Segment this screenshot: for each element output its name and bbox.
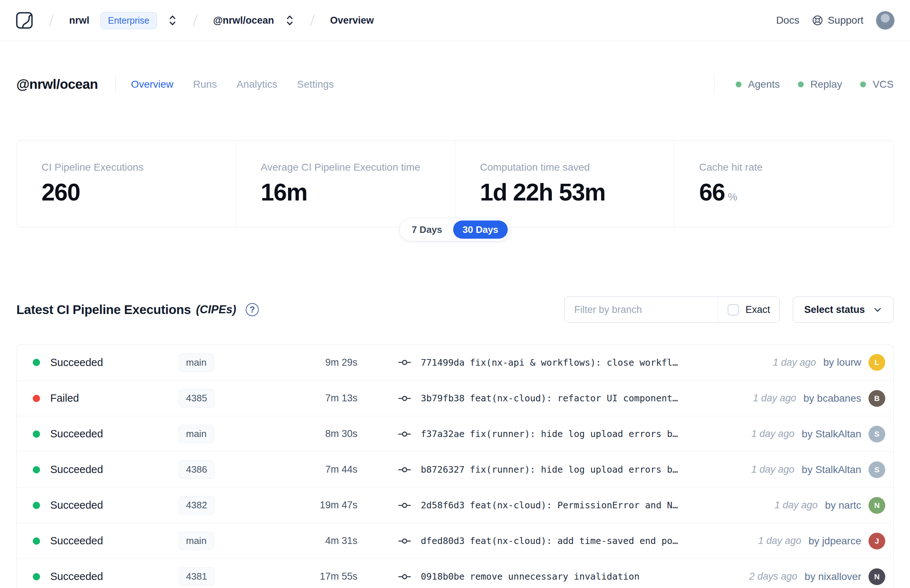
author-avatar[interactable]: S xyxy=(868,461,885,478)
author-avatar[interactable]: S xyxy=(868,426,885,443)
status-dot xyxy=(33,359,40,366)
commit-message[interactable]: 2d58f6d3feat(nx-cloud): PermissionError … xyxy=(421,500,678,510)
table-row[interactable]: Succeeded main 4m 31s dfed80d3feat(nx-cl… xyxy=(17,523,893,559)
commit-hash: b8726327 xyxy=(421,464,464,475)
lifebuoy-icon xyxy=(812,15,823,26)
commit-hash: 771499da xyxy=(421,357,464,368)
commit-cell: 3b79fb38feat(nx-cloud): refactor UI comp… xyxy=(398,393,746,404)
status-label: Succeeded xyxy=(50,357,103,368)
branch-badge[interactable]: main xyxy=(178,353,214,372)
range-7-days-button[interactable]: 7 Days xyxy=(402,224,452,236)
stat-cache-hit-rate: Cache hit rate 66% xyxy=(674,141,893,227)
commit-message[interactable]: 3b79fb38feat(nx-cloud): refactor UI comp… xyxy=(421,393,678,404)
branch-cell: 4386 xyxy=(178,460,281,479)
author-avatar[interactable]: B xyxy=(868,390,885,407)
range-30-days-button[interactable]: 30 Days xyxy=(453,221,508,239)
branch-badge[interactable]: main xyxy=(178,531,214,550)
time-ago: 1 day ago xyxy=(751,464,795,475)
status-dot xyxy=(33,395,40,402)
exact-label: Exact xyxy=(745,304,770,315)
branch-badge[interactable]: 4382 xyxy=(178,496,215,515)
table-row[interactable]: Succeeded 4386 7m 44s b8726327fix(runner… xyxy=(17,452,893,487)
commit-subject: remove unnecessary invalidation xyxy=(470,571,640,582)
branch-cell: main xyxy=(178,425,281,443)
breadcrumb-page: Overview xyxy=(330,15,374,26)
tab-settings[interactable]: Settings xyxy=(297,79,334,90)
support-link[interactable]: Support xyxy=(812,15,863,26)
chevron-down-icon xyxy=(873,305,883,314)
status-dot xyxy=(33,466,40,473)
stats-card-row: CI Pipeline Executions 260 Average CI Pi… xyxy=(16,140,894,228)
enterprise-badge: Enterprise xyxy=(100,12,157,29)
commit-hash: 3b79fb38 xyxy=(421,393,464,404)
breadcrumb-org[interactable]: nrwl xyxy=(69,15,89,26)
author-avatar[interactable]: N xyxy=(868,569,885,585)
status-label: Succeeded xyxy=(50,570,103,583)
table-row[interactable]: Failed 4385 7m 13s 3b79fb38feat(nx-cloud… xyxy=(17,380,893,416)
duration-cell: 7m 13s xyxy=(281,393,357,404)
user-avatar[interactable] xyxy=(876,11,895,30)
green-status-dot xyxy=(860,81,866,87)
breadcrumb-workspace[interactable]: @nrwl/ocean xyxy=(213,15,274,26)
status-cell: Succeeded xyxy=(33,357,178,368)
stat-value: 1d 22h 53m xyxy=(480,178,659,206)
commit-message[interactable]: 771499dafix(nx-api & workflows): close w… xyxy=(421,357,678,368)
top-nav: nrwl Enterprise @nrwl/ocean Overview Doc… xyxy=(0,0,910,41)
git-commit-icon xyxy=(398,501,411,510)
table-row[interactable]: Succeeded 4382 19m 47s 2d58f6d3feat(nx-c… xyxy=(17,487,893,523)
commit-message[interactable]: f37a32aefix(runner): hide log upload err… xyxy=(421,429,678,439)
docs-link[interactable]: Docs xyxy=(776,15,799,26)
exact-checkbox[interactable] xyxy=(727,304,739,315)
service-label: Agents xyxy=(748,79,780,90)
commit-message[interactable]: dfed80d3feat(nx-cloud): add time-saved e… xyxy=(421,536,678,546)
time-cell: 1 day ago by jdpearce J xyxy=(758,533,885,549)
tab-overview[interactable]: Overview xyxy=(131,79,174,90)
status-dot xyxy=(33,430,40,438)
divider xyxy=(714,76,714,93)
git-commit-icon xyxy=(398,572,411,582)
author-name: by StalkAltan xyxy=(802,464,861,476)
tab-analytics[interactable]: Analytics xyxy=(237,79,277,90)
commit-cell: f37a32aefix(runner): hide log upload err… xyxy=(398,429,744,439)
stat-value: 66% xyxy=(699,178,879,206)
author-avatar[interactable]: J xyxy=(868,533,885,549)
author-avatar[interactable]: L xyxy=(868,354,885,371)
time-cell: 1 day ago by StalkAltan S xyxy=(751,426,885,443)
nx-cloud-logo-icon[interactable] xyxy=(15,11,34,29)
exact-filter: Exact xyxy=(718,297,780,322)
table-row[interactable]: Succeeded main 9m 29s 771499dafix(nx-api… xyxy=(17,344,893,380)
stat-label: Computation time saved xyxy=(480,162,659,173)
commit-cell: 771499dafix(nx-api & workflows): close w… xyxy=(398,357,766,368)
branch-cell: 4385 xyxy=(178,389,281,407)
branch-badge[interactable]: main xyxy=(178,425,214,443)
commit-message[interactable]: 0918b0beremove unnecessary invalidation xyxy=(421,571,640,582)
service-status-replay: Replay xyxy=(798,79,842,90)
table-row[interactable]: Succeeded main 8m 30s f37a32aefix(runner… xyxy=(17,416,893,452)
commit-hash: f37a32ae xyxy=(421,429,464,439)
time-ago: 1 day ago xyxy=(774,499,818,511)
service-status-agents: Agents xyxy=(735,79,780,90)
commit-subject: fix(nx-api & workflows): close workfl… xyxy=(470,357,678,368)
org-switcher-chevron-icon[interactable] xyxy=(168,15,177,26)
commit-cell: 0918b0beremove unnecessary invalidation xyxy=(398,571,742,582)
commit-subject: feat(nx-cloud): add time-saved end po… xyxy=(470,536,678,546)
branch-badge[interactable]: 4386 xyxy=(178,460,215,479)
tab-runs[interactable]: Runs xyxy=(193,79,217,90)
cipes-filters: Exact Select status xyxy=(564,297,894,323)
workspace-header: @nrwl/ocean Overview Runs Analytics Sett… xyxy=(16,70,894,99)
commit-message[interactable]: b8726327fix(runner): hide log upload err… xyxy=(421,464,678,475)
green-status-dot xyxy=(735,81,742,87)
duration-cell: 17m 55s xyxy=(281,571,357,582)
table-row[interactable]: Succeeded 4381 17m 55s 0918b0beremove un… xyxy=(17,559,893,588)
status-cell: Succeeded xyxy=(33,570,178,583)
status-select-dropdown[interactable]: Select status xyxy=(793,297,894,323)
help-icon[interactable]: ? xyxy=(246,303,259,316)
workspace-switcher-chevron-icon[interactable] xyxy=(285,15,294,26)
author-avatar[interactable]: N xyxy=(868,497,885,514)
branch-badge[interactable]: 4381 xyxy=(178,567,215,586)
branch-cell: 4382 xyxy=(178,496,281,515)
status-label: Succeeded xyxy=(50,535,103,547)
commit-hash: 0918b0be xyxy=(421,571,464,582)
branch-filter-input[interactable] xyxy=(564,297,718,322)
branch-badge[interactable]: 4385 xyxy=(178,389,215,407)
